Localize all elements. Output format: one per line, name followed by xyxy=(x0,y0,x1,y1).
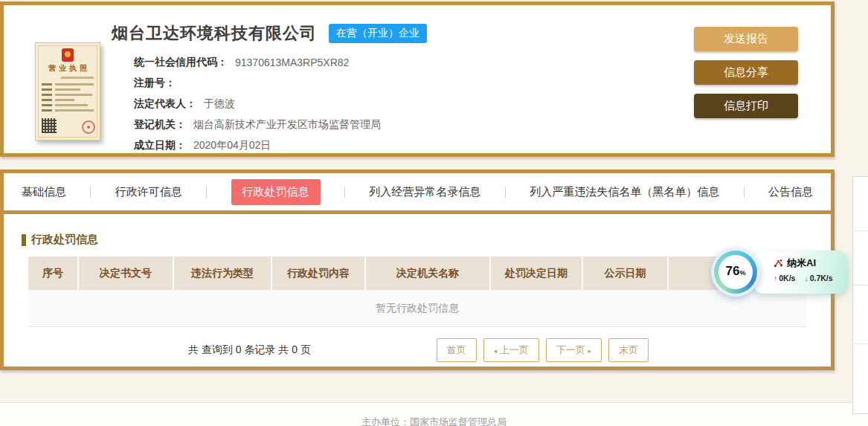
status-badge: 在营（开业）企业 xyxy=(329,24,427,43)
col-penalty-decision-date: 处罚决定日期 xyxy=(491,256,582,290)
license-title: 营业执照 xyxy=(36,63,100,74)
footer-host-text: 主办单位：国家市场监督管理总局 xyxy=(361,416,507,426)
record-count-summary: 共 查询到 0 条记录 共 0 页 xyxy=(188,343,311,357)
field-registration-authority: 登记机关： 烟台高新技术产业开发区市场监督管理局 xyxy=(134,114,427,135)
tab-bar: 基础信息 行政许可信息 行政处罚信息 列入经营异常名录信息 列入严重违法失信名单… xyxy=(4,173,831,210)
penalty-section-title: 行政处罚信息 xyxy=(22,233,831,247)
company-summary-card: 营业执照 烟台卫达环境科技有限公司 在营（开业）企业 统一社会信用代码： 913… xyxy=(0,1,835,157)
action-buttons: 发送报告 信息分享 信息打印 xyxy=(694,27,798,118)
nami-ai-logo-icon xyxy=(774,259,783,268)
tab-separator xyxy=(206,187,207,198)
gauge-percent-unit: % xyxy=(739,269,745,277)
tab-separator xyxy=(744,187,745,198)
tab-abnormal-operation-list[interactable]: 列入经营异常名录信息 xyxy=(369,185,480,199)
tab-serious-violation-blacklist[interactable]: 列入严重违法失信名单（黑名单）信息 xyxy=(530,185,719,199)
prev-arrow-icon: ◂ xyxy=(494,347,498,355)
tab-separator xyxy=(344,187,345,198)
table-header-row: 序号 决定书文号 违法行为类型 行政处罚内容 决定机关名称 处罚决定日期 公示日… xyxy=(28,256,806,290)
col-serial-number: 序号 xyxy=(28,256,77,290)
next-arrow-icon: ▸ xyxy=(588,347,591,355)
page: 营业执照 烟台卫达环境科技有限公司 在营（开业）企业 统一社会信用代码： 913… xyxy=(0,0,868,426)
page-footer: 主办单位：国家市场监督管理总局 xyxy=(0,402,868,426)
section-marker-icon xyxy=(22,234,26,246)
first-page-button[interactable]: 首页 xyxy=(437,338,477,362)
pagination: 共 查询到 0 条记录 共 0 页 首页 ◂ 上一页 下一页 ▸ 末页 xyxy=(28,338,806,362)
gauge-ring: 76 % xyxy=(714,251,757,294)
field-establishment-date: 成立日期： 2020年04月02日 xyxy=(134,135,427,156)
tab-separator xyxy=(505,187,506,198)
tab-administrative-license[interactable]: 行政许可信息 xyxy=(115,185,182,199)
red-seal-icon xyxy=(82,120,95,134)
field-registration-number: 注册号： xyxy=(134,73,427,94)
national-emblem-icon xyxy=(62,48,74,62)
side-toolbar-item[interactable] xyxy=(853,344,868,413)
field-legal-representative: 法定代表人： 于德波 xyxy=(134,94,427,114)
print-info-button[interactable]: 信息打印 xyxy=(694,94,798,118)
col-decision-authority: 决定机关名称 xyxy=(366,256,489,290)
gold-divider xyxy=(4,210,831,214)
col-decision-doc-number: 决定书文号 xyxy=(79,256,173,290)
tab-announcement-info[interactable]: 公告信息 xyxy=(768,185,813,199)
license-subline xyxy=(61,77,94,79)
col-publicity-date: 公示日期 xyxy=(583,256,667,290)
share-info-button[interactable]: 信息分享 xyxy=(694,60,798,85)
side-toolbar-item[interactable] xyxy=(853,285,868,344)
last-page-button[interactable]: 末页 xyxy=(608,338,649,362)
side-toolbar xyxy=(852,176,868,414)
field-credit-code: 统一社会信用代码： 91370613MA3RP5XR82 xyxy=(134,52,427,73)
company-info: 烟台卫达环境科技有限公司 在营（开业）企业 统一社会信用代码： 91370613… xyxy=(112,22,427,156)
business-license-image: 营业执照 xyxy=(35,42,100,141)
penalty-table: 序号 决定书文号 违法行为类型 行政处罚内容 决定机关名称 处罚决定日期 公示日… xyxy=(28,256,806,362)
col-penalty-content: 行政处罚内容 xyxy=(272,256,364,290)
memory-usage-gauge[interactable]: 76 % xyxy=(711,248,760,297)
pagination-buttons: 首页 ◂ 上一页 下一页 ▸ 末页 xyxy=(437,338,649,362)
side-toolbar-item[interactable] xyxy=(853,231,868,285)
qr-code xyxy=(42,118,57,133)
widget-title: 纳米AI xyxy=(787,256,816,270)
upload-arrow-icon: ↑ xyxy=(774,274,777,283)
nami-ai-widget[interactable]: 纳米AI ↑0K/s ↓0.7K/s xyxy=(753,251,848,294)
empty-state-text: 暂无行政处罚信息 xyxy=(28,290,806,327)
download-speed: ↓0.7K/s xyxy=(804,274,832,283)
download-arrow-icon: ↓ xyxy=(804,274,808,283)
detail-card: 基础信息 行政许可信息 行政处罚信息 列入经营异常名录信息 列入严重违法失信名单… xyxy=(0,170,835,370)
gauge-percent: 76 xyxy=(726,265,740,277)
company-name: 烟台卫达环境科技有限公司 xyxy=(112,22,317,45)
upload-speed: ↑0K/s xyxy=(774,274,795,283)
col-violation-type: 违法行为类型 xyxy=(174,256,271,290)
tab-separator xyxy=(90,187,91,198)
next-page-button[interactable]: 下一页 ▸ xyxy=(546,338,602,362)
tab-administrative-penalty[interactable]: 行政处罚信息 xyxy=(231,179,321,205)
tab-basic-info[interactable]: 基础信息 xyxy=(22,185,66,199)
side-toolbar-item[interactable] xyxy=(853,177,868,231)
send-report-button[interactable]: 发送报告 xyxy=(694,27,798,51)
prev-page-button[interactable]: ◂ 上一页 xyxy=(483,338,539,362)
